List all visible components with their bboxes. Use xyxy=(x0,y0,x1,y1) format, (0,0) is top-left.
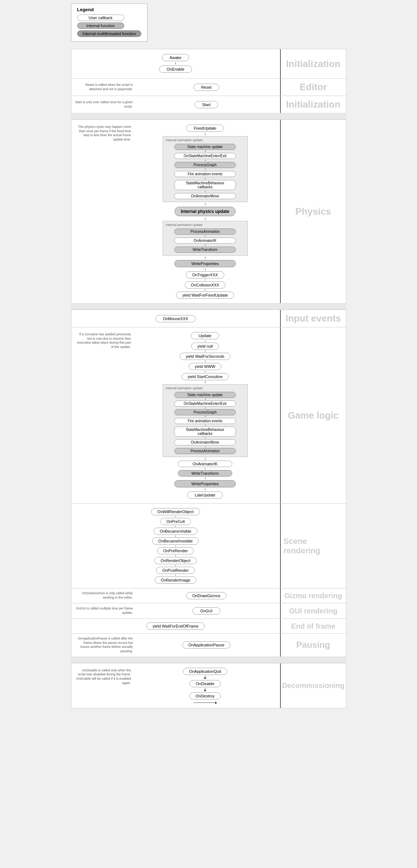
game-logic-section: If a coroutine has yielded previously bu… xyxy=(71,327,346,503)
on-sm-enter-exit-gl: OnStateMachineEnter/Exit xyxy=(174,401,236,407)
fire-animation-events1: Fire animation events xyxy=(174,171,236,177)
initialization1-section: Awake OnEnable Initialization xyxy=(71,49,346,78)
on-destroy-node: OnDestroy xyxy=(189,692,221,700)
yield-wait-end-of-frame-node: yield WaitForEndOfFrame xyxy=(146,622,205,630)
on-will-render: OnWillRenderObject xyxy=(151,508,200,515)
pausing-label: Pausing xyxy=(281,634,346,657)
internal-function-pill: Internal function xyxy=(77,22,124,29)
gizmo-rendering-label: Gizmo rendering xyxy=(281,588,346,603)
yield-wait-seconds-node: yield WaitForSeconds xyxy=(180,353,231,360)
gap2 xyxy=(71,303,346,310)
init1-title: Initialization xyxy=(286,58,340,70)
fixed-update-node: FixedUpdate xyxy=(186,125,224,132)
game-logic-content: If a coroutine has yielded previously bu… xyxy=(71,327,281,503)
gizmo-rendering-title: Gizmo rendering xyxy=(284,592,342,600)
pausing-title: Pausing xyxy=(296,640,330,650)
on-animator-ik-gl: OnAnimatorIK xyxy=(178,461,232,467)
yield-www-node: yield WWW xyxy=(189,363,222,370)
write-transform1: WriteTransform xyxy=(174,247,236,253)
on-collision-xxx1: OnCollisionXXX xyxy=(185,281,225,289)
write-properties-gl: WriteProperties xyxy=(174,480,236,487)
legend-item-internal: Internal function xyxy=(77,22,142,29)
gui-rendering-content: OnGUI is called multiple time per frame … xyxy=(71,603,281,618)
on-post-render: OnPostRender xyxy=(156,567,195,574)
gap1 xyxy=(71,113,346,119)
end-of-frame-label: End of frame xyxy=(281,619,346,633)
internal-physics-update: Internal physics update xyxy=(175,207,235,216)
gui-rendering-section: OnGUI is called multiple time per frame … xyxy=(71,603,346,618)
process-graph-gl: ProcessGraph xyxy=(174,409,236,415)
end-of-frame-content: yield WaitForEndOfFrame xyxy=(71,619,281,633)
reset-node: Reset xyxy=(193,84,219,91)
write-properties1: WriteProperties xyxy=(174,260,236,267)
editor-title: Editor xyxy=(300,81,327,93)
process-graph1: ProcessGraph xyxy=(174,162,236,168)
on-animator-move-gl: OnAnimatorMove xyxy=(174,439,236,445)
initialization2-section: Start is only ever called once for a giv… xyxy=(71,96,346,113)
on-application-pause-node: OnApplicationPause xyxy=(182,641,231,649)
game-anim-update-title: Internal animation update xyxy=(166,386,245,390)
write-transform-gl: WriteTransform xyxy=(178,470,232,477)
yield-start-coroutine-node: yield StartCoroutine xyxy=(182,373,229,380)
on-disable-node: OnDisable xyxy=(189,680,220,687)
gui-note: OnGUI is called multiple time per frame … xyxy=(75,607,133,615)
init2-title: Initialization xyxy=(286,99,340,110)
onenable-node: OnEnable xyxy=(159,66,192,73)
gui-rendering-title: GUI rendering xyxy=(289,607,337,615)
game-logic-title: Game logic xyxy=(288,410,338,421)
fire-anim-events-gl: Fire animation events xyxy=(174,418,236,424)
decommissioning-content: OnDisable is called only when the script… xyxy=(71,663,281,708)
on-became-invisible: OnBecameInvisible xyxy=(152,537,199,545)
physics-anim-update1: Internal animation update State machine … xyxy=(163,136,248,202)
editor-content: Reset is called when the script is attac… xyxy=(71,79,281,96)
awake-node: Awake xyxy=(162,54,189,61)
gizmo-rendering-section: OnDrawGizmos is only called while workin… xyxy=(71,588,346,603)
physics-anim-update2: Internal animation update ProcessAnimati… xyxy=(163,221,248,256)
on-became-visible: OnBecameVisible xyxy=(154,528,197,535)
scene-rendering-content: OnWillRenderObject OnPreCull OnBecameVis… xyxy=(71,504,281,588)
legend-box: Legend User callback Internal function I… xyxy=(71,4,148,42)
on-gui-node: OnGUI xyxy=(192,607,220,615)
game-anim-update: Internal animation update State machine … xyxy=(163,384,248,457)
user-callback-pill: User callback xyxy=(77,14,124,21)
on-pre-render: OnPreRender xyxy=(157,547,194,554)
init2-label: Initialization xyxy=(281,96,346,113)
update-node: Update xyxy=(191,332,219,339)
state-machine-update1: State machine update xyxy=(174,144,236,150)
init2-content: Start is only ever called once for a giv… xyxy=(71,96,281,113)
process-animation1: ProcessAnimation xyxy=(174,228,236,235)
physics-section: The physics cycle may happen more than o… xyxy=(71,119,346,303)
on-animator-ik1: OnAnimatorIK xyxy=(174,238,236,244)
on-mouse-xxx-node: OnMouseXXX xyxy=(155,315,196,322)
on-draw-gizmos-node: OnDrawGizmos xyxy=(186,592,227,599)
on-render-image: OnRenderImage xyxy=(155,576,196,584)
init2-note: Start is only ever called once for a giv… xyxy=(75,100,133,109)
internal-multithreaded-pill: Internal multithreaded function xyxy=(77,30,142,37)
on-animator-move1: OnAnimatorMove xyxy=(174,193,236,199)
physics-note: The physics cycle may happen more than o… xyxy=(75,123,131,142)
on-pre-cull: OnPreCull xyxy=(160,518,191,525)
yield-null-node: yield null xyxy=(191,343,219,350)
init1-content: Awake OnEnable xyxy=(71,49,281,78)
yield-wait-fixed-update: yield WaitForFixedUpdate xyxy=(176,292,234,299)
pausing-content: OnApplicationPause is called after the f… xyxy=(71,634,281,657)
late-update-node: LateUpdate xyxy=(187,491,223,499)
game-logic-label: Game logic xyxy=(281,327,346,503)
input-events-section: OnMouseXXX Input events xyxy=(71,310,346,327)
game-logic-note: If a coroutine has yielded previously bu… xyxy=(75,331,131,349)
scene-rendering-title: Scene rendering xyxy=(284,537,343,555)
physics-content: The physics cycle may happen more than o… xyxy=(71,120,281,303)
decommissioning-note: OnDisable is called only when the script… xyxy=(75,667,131,685)
pausing-section: OnApplicationPause is called after the f… xyxy=(71,633,346,657)
init1-label: Initialization xyxy=(281,49,346,78)
gap3 xyxy=(71,657,346,663)
on-state-machine-enter-exit1: OnStateMachineEnter/Exit xyxy=(174,153,236,159)
decommissioning-label: Decommissioning xyxy=(281,663,346,708)
editor-label: Editor xyxy=(281,79,346,96)
editor-section: Reset is called when the script is attac… xyxy=(71,78,346,96)
anim-update2-title: Internal animation update xyxy=(166,223,245,227)
end-of-frame-section: yield WaitForEndOfFrame End of frame xyxy=(71,618,346,633)
input-events-label: Input events xyxy=(281,310,346,327)
decommissioning-section: OnDisable is called only when the script… xyxy=(71,663,346,708)
gizmo-note: OnDrawGizmos is only called while workin… xyxy=(75,591,133,600)
